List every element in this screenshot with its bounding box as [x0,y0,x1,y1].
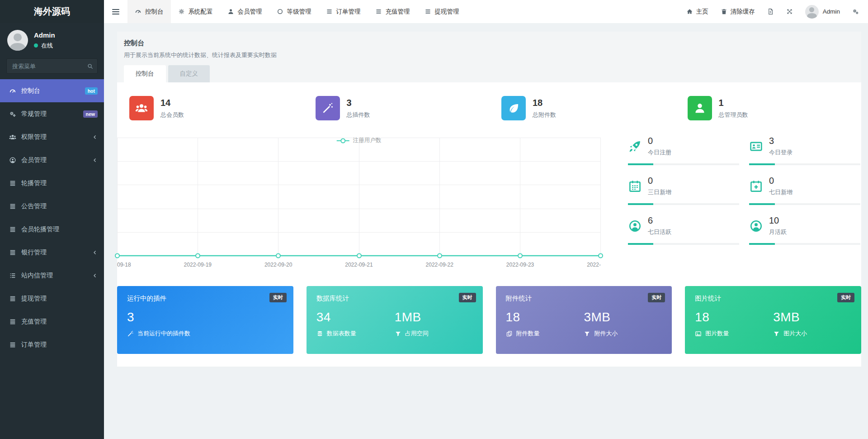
user-status: 在线 [34,42,55,50]
fullscreen-button[interactable] [786,8,793,15]
hamburger-icon [112,8,119,16]
quick-stat-value: 6 [648,215,739,226]
sidebar-item[interactable]: 公告管理 [0,195,104,218]
bars-icon [9,341,16,348]
sidebar-item[interactable]: 银行管理 [0,241,104,264]
home-link[interactable]: 主页 [686,8,708,16]
clear-cache-link[interactable]: 清除缓存 [721,8,755,16]
stat-value: 3 [347,98,370,108]
stat-text: 18总附件数 [533,98,556,119]
stat-label: 总管理员数 [719,111,748,119]
card-value: 3MB [584,310,662,324]
admin-avatar [805,5,819,19]
topbar-tab[interactable]: 系统配置 [171,0,220,23]
x-axis-tick-label: 2022-09-18 [117,262,131,268]
quick-stat-progress [628,243,739,245]
avatar[interactable] [7,30,28,51]
filter-icon [584,330,590,337]
quick-stat-progress [749,243,860,245]
card-title: 附件统计 [506,294,662,303]
sidebar-item-label: 订单管理 [21,341,47,349]
quick-stat-text: 0今日注册 [648,136,739,157]
stat-item: 3总插件数 [303,96,490,120]
sidebar-item[interactable]: 提现管理 [0,287,104,310]
panel-tab[interactable]: 控制台 [124,65,166,82]
quick-stat-progress [749,163,860,165]
topbar: 控制台系统配置会员管理等级管理订单管理充值管理提现管理 主页 清除缓存 Admi… [104,0,868,23]
list-ul-icon [9,272,16,279]
x-axis-tick-label: 2022-09-24 [587,262,601,268]
quick-stat-text: 3今日登录 [769,136,860,157]
topbar-tab[interactable]: 控制台 [127,0,171,23]
sidebar-item-label: 会员轮播管理 [21,225,59,234]
sidebar-toggle-button[interactable] [104,0,127,23]
topbar-tab-label: 等级管理 [287,8,311,16]
bars-icon [9,249,16,256]
user-panel: Admin 在线 [0,23,104,57]
chart-data-point [276,254,280,258]
chart-plot: 注册用户数 [117,136,601,258]
card-metric-text: 图片大小 [783,329,807,338]
docs-button[interactable] [767,8,774,15]
sidebar-item[interactable]: 订单管理 [0,333,104,356]
summary-card: 附件统计实时18附件数量3MB附件大小 [496,286,672,354]
sidebar-item[interactable]: 控制台hot [0,79,104,102]
panel-tab[interactable]: 自定义 [168,65,210,82]
quick-stat-label: 今日注册 [648,148,739,157]
settings-gears-icon [852,8,859,15]
quick-stat-label: 三日新增 [648,188,739,196]
leaf-icon [507,102,520,115]
x-axis-tick-label: 2022-09-22 [426,262,453,268]
topbar-tab[interactable]: 提现管理 [417,0,467,23]
sidebar-item-label: 提现管理 [21,295,47,303]
sidebar-item[interactable]: 站内信管理 [0,264,104,287]
gauge-icon [9,87,16,95]
card-metric-text: 附件大小 [594,329,618,338]
search-input[interactable] [6,58,98,74]
sidebar-item-label: 轮播管理 [21,179,47,187]
card-column: 18图片数量 [695,310,773,338]
quick-stat-item: 10月活跃 [749,215,860,245]
middle-section: 注册用户数 2022-09-182022-09-192022-09-202022… [117,136,861,272]
sidebar-search [6,58,98,74]
sidebar-item[interactable]: 会员轮播管理 [0,218,104,241]
topbar-tab[interactable]: 订单管理 [319,0,368,23]
sidebar-item-label: 充值管理 [21,318,47,326]
chart-data-point [357,254,361,258]
stat-value: 14 [160,98,184,108]
sidebar-item[interactable]: 轮播管理 [0,172,104,195]
user-status-label: 在线 [41,42,53,50]
topbar-tab[interactable]: 充值管理 [368,0,417,23]
filter-icon [773,330,780,337]
quick-stat-label: 七日活跃 [648,228,739,236]
x-axis-tick-label: 2022-09-21 [345,262,373,268]
filter-icon [395,330,401,337]
quick-stat-text: 0三日新增 [648,176,739,196]
quick-stat-value: 0 [648,136,739,146]
quick-stat-item: 0今日注册 [628,136,739,165]
calendar-plus-icon [749,179,763,193]
sidebar-menu: 控制台hot常规管理new权限管理会员管理轮播管理公告管理会员轮播管理银行管理站… [0,79,104,356]
card-value: 18 [506,310,584,324]
topbar-tab[interactable]: 等级管理 [269,0,319,23]
copy-icon [506,330,513,337]
card-value: 18 [695,310,773,324]
topbar-tab[interactable]: 会员管理 [220,0,269,23]
sidebar-item[interactable]: 充值管理 [0,310,104,333]
sidebar-item[interactable]: 权限管理 [0,125,104,148]
bars-icon [326,8,333,15]
chart-legend[interactable]: 注册用户数 [337,137,382,144]
quick-stat-icon-box [749,179,769,193]
settings-button[interactable] [852,8,859,15]
stat-text: 14总会员数 [160,98,184,119]
search-button[interactable] [87,62,94,70]
x-axis-tick-label: 2022-09-23 [506,262,534,268]
topbar-tab-label: 订单管理 [336,8,361,16]
admin-menu[interactable]: Admin [805,5,840,19]
sidebar-item[interactable]: 会员管理 [0,148,104,172]
sidebar-item[interactable]: 常规管理new [0,102,104,125]
card-title: 运行中的插件 [127,294,283,303]
bars-icon [9,180,16,187]
realtime-badge: 实时 [269,293,287,302]
home-icon [686,8,693,15]
